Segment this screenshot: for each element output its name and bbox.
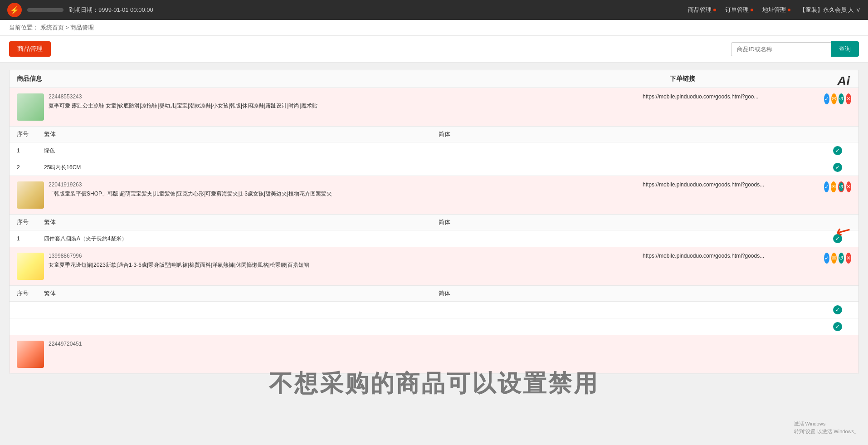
nav-goods-mgmt[interactable]: 商品管理 xyxy=(688,6,716,14)
variant-col-seq: 序号 xyxy=(17,289,44,298)
top-navigation: ⚡ 到期日期：9999-01-01 00:00:00 商品管理 订单管理 地址管… xyxy=(0,0,868,20)
product-link: https://mobile.pinduoduo.com/goods.html?… xyxy=(643,93,824,100)
order-dot xyxy=(751,9,753,11)
variant-traditional: 25码内长16CM xyxy=(44,164,439,171)
order-mgmt-label: 订单管理 xyxy=(725,6,749,14)
product-info: 13998867996 女童夏季花邊短裙|2023新款|適合1-3-6歲|緊身版… xyxy=(17,253,643,280)
variant-row: 1 绿色 ✓ xyxy=(10,142,858,159)
product-id: 22448553243 xyxy=(49,93,643,100)
variant-traditional: 四件套八個裝A（夹子長約4釐米） xyxy=(44,235,439,243)
variant-col-traditional: 繁体 xyxy=(44,218,439,226)
action-message-button[interactable]: ✉ xyxy=(831,181,836,192)
user-info[interactable]: 【童装】永久会员 人 ∨ xyxy=(800,6,861,14)
main-content: 商品信息 下单链接 22448553243 夏季可爱|露趾公主凉鞋|女童|软底防… xyxy=(0,63,868,445)
product-image xyxy=(17,341,44,368)
site-name xyxy=(27,8,63,12)
variant-col-traditional: 繁体 xyxy=(44,130,439,138)
search-button[interactable]: 查询 xyxy=(831,41,859,57)
action-check-button[interactable]: ✓ xyxy=(824,181,829,192)
logo-button[interactable]: ⚡ xyxy=(7,3,22,17)
action-check-button[interactable]: ✓ xyxy=(824,93,829,104)
page-header: 商品管理 查询 xyxy=(0,36,868,63)
product-image xyxy=(17,93,44,121)
variant-col-seq: 序号 xyxy=(17,130,44,138)
variant-check-icon: ✓ xyxy=(833,322,842,331)
action-refresh-button[interactable]: ↺ xyxy=(839,253,844,264)
product-name: 「韩版童装平價SHOP」韩版|超萌宝宝髪夹|儿童髪饰|亚克力心形|可爱剪海髪夹|… xyxy=(49,190,643,198)
table-row: 22449720451 xyxy=(10,335,858,374)
nav-left: ⚡ 到期日期：9999-01-01 00:00:00 xyxy=(7,3,681,17)
header-product-info: 商品信息 xyxy=(17,75,670,83)
product-img-placeholder xyxy=(17,253,44,280)
product-main-row: 22449720451 xyxy=(10,335,858,373)
variant-table: 序号 繁体 简体 1 绿色 ✓ 2 25码内长16CM ✓ xyxy=(10,126,858,176)
breadcrumb: 当前位置： 系统首页 > 商品管理 xyxy=(0,20,868,36)
variant-row: 1 四件套八個裝A（夹子長約4釐米） ✓ xyxy=(10,230,858,247)
variant-check-icon: ✓ xyxy=(833,146,842,155)
product-img-placeholder xyxy=(17,93,44,121)
product-img-placeholder xyxy=(17,181,44,209)
product-main-row: 22448553243 夏季可爱|露趾公主凉鞋|女童|软底防滑|凉拖鞋|婴幼儿|… xyxy=(10,88,858,126)
product-id: 22041919263 xyxy=(49,181,643,188)
variant-col-traditional: 繁体 xyxy=(44,289,439,298)
variant-col-action xyxy=(833,130,851,138)
product-info: 22449720451 xyxy=(17,341,643,368)
product-name: 女童夏季花邊短裙|2023新款|適合1-3-6歲|緊身版型|喇叭裙|棉質面料|洋… xyxy=(49,261,643,269)
variant-row: ✓ xyxy=(10,302,858,318)
product-main-row: 22041919263 「韩版童装平價SHOP」韩版|超萌宝宝髪夹|儿童髪饰|亚… xyxy=(10,176,858,214)
product-actions: ✓ ✉ ↺ ✕ xyxy=(824,93,851,104)
action-refresh-button[interactable]: ↺ xyxy=(838,181,844,192)
variant-seq: 2 xyxy=(17,164,44,171)
product-actions: ✓ ✉ ↺ ✕ xyxy=(824,253,851,264)
expiry-text: 到期日期：9999-01-01 00:00:00 xyxy=(69,6,153,14)
variant-col-simplified: 简体 xyxy=(439,130,833,138)
product-main-row: 13998867996 女童夏季花邊短裙|2023新款|適合1-3-6歲|緊身版… xyxy=(10,247,858,285)
variant-header: 序号 繁体 简体 xyxy=(10,215,858,230)
product-image xyxy=(17,181,44,209)
product-id: 13998867996 xyxy=(49,253,643,259)
variant-table: 序号 繁体 简体 1 四件套八個裝A（夹子長約4釐米） ✓ xyxy=(10,214,858,247)
product-table: 商品信息 下单链接 22448553243 夏季可爱|露趾公主凉鞋|女童|软底防… xyxy=(9,70,859,374)
goods-dot xyxy=(713,9,716,11)
breadcrumb-home[interactable]: 系统首页 xyxy=(40,24,64,31)
product-info: 22041919263 「韩版童装平價SHOP」韩版|超萌宝宝髪夹|儿童髪饰|亚… xyxy=(17,181,643,209)
nav-address-mgmt[interactable]: 地址管理 xyxy=(762,6,790,14)
variant-col-action xyxy=(833,218,851,226)
table-row: 22448553243 夏季可爱|露趾公主凉鞋|女童|软底防滑|凉拖鞋|婴幼儿|… xyxy=(10,88,858,176)
table-row: 22041919263 「韩版童装平價SHOP」韩版|超萌宝宝髪夹|儿童髪饰|亚… xyxy=(10,176,858,247)
variant-row: 2 25码内长16CM ✓ xyxy=(10,159,858,176)
action-refresh-button[interactable]: ↺ xyxy=(839,93,844,104)
variant-col-action xyxy=(833,289,851,298)
goods-mgmt-label: 商品管理 xyxy=(688,6,712,14)
header-order-link: 下单链接 xyxy=(670,75,851,83)
action-delete-button[interactable]: ✕ xyxy=(846,93,851,104)
product-text: 22448553243 夏季可爱|露趾公主凉鞋|女童|软底防滑|凉拖鞋|婴幼儿|… xyxy=(49,93,643,110)
search-input[interactable] xyxy=(731,42,831,56)
product-link: https://mobile.pinduoduo.com/goods.html?… xyxy=(643,181,824,188)
product-name: 夏季可爱|露趾公主凉鞋|女童|软底防滑|凉拖鞋|婴幼儿|宝宝|潮款凉鞋|小女孩|… xyxy=(49,102,643,110)
product-actions: ✓ ✉ ↺ ✕ xyxy=(824,181,851,192)
variant-seq: 1 xyxy=(17,235,44,242)
variant-col-simplified: 简体 xyxy=(439,289,833,298)
variant-header: 序号 繁体 简体 xyxy=(10,127,858,142)
address-mgmt-label: 地址管理 xyxy=(762,6,786,14)
page-title-button[interactable]: 商品管理 xyxy=(9,41,51,57)
product-info: 22448553243 夏季可爱|露趾公主凉鞋|女童|软底防滑|凉拖鞋|婴幼儿|… xyxy=(17,93,643,121)
nav-order-mgmt[interactable]: 订单管理 xyxy=(725,6,753,14)
variant-check-icon: ✓ xyxy=(833,305,842,314)
table-header: 商品信息 下单链接 xyxy=(10,70,858,88)
action-delete-button[interactable]: ✕ xyxy=(846,181,851,192)
table-row: 13998867996 女童夏季花邊短裙|2023新款|適合1-3-6歲|緊身版… xyxy=(10,247,858,335)
action-delete-button[interactable]: ✕ xyxy=(846,253,851,264)
breadcrumb-separator: > xyxy=(65,24,70,31)
variant-seq: 1 xyxy=(17,147,44,154)
action-message-button[interactable]: ✉ xyxy=(831,93,837,104)
variant-col-simplified: 简体 xyxy=(439,218,833,226)
variant-row: ✓ xyxy=(10,318,858,335)
variant-check-icon: ✓ xyxy=(833,234,842,243)
action-message-button[interactable]: ✉ xyxy=(831,253,837,264)
action-check-button[interactable]: ✓ xyxy=(824,253,829,264)
variant-col-seq: 序号 xyxy=(17,218,44,226)
product-link: https://mobile.pinduoduo.com/goods.html?… xyxy=(643,253,824,259)
breadcrumb-label: 当前位置： xyxy=(9,24,39,31)
